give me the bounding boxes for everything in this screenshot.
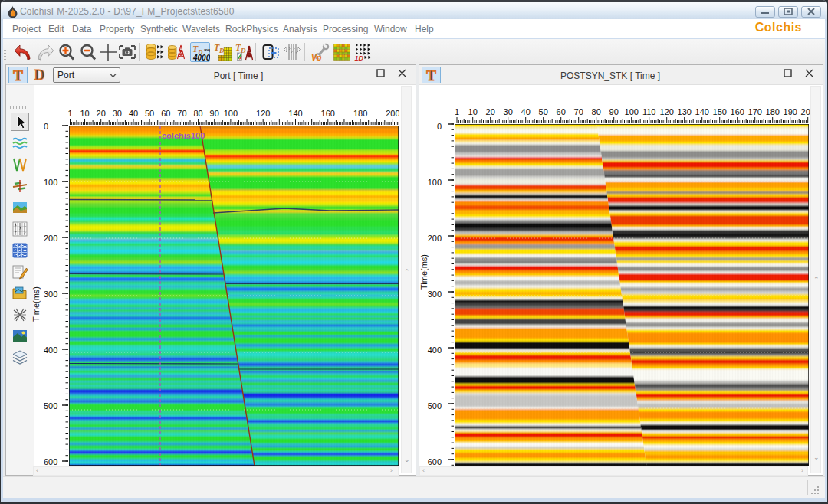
svg-text:110: 110 (642, 107, 656, 116)
svg-text:200: 200 (386, 109, 399, 118)
svg-text:50: 50 (145, 109, 154, 118)
svg-text:40: 40 (521, 107, 531, 116)
svg-text:90: 90 (210, 109, 219, 118)
svg-text:20: 20 (97, 109, 106, 118)
svg-text:80: 80 (592, 107, 601, 116)
svg-text:50: 50 (539, 107, 548, 116)
svg-text:60: 60 (161, 109, 170, 118)
svg-text:avg: avg (204, 47, 210, 52)
svg-text:140: 140 (695, 107, 709, 116)
svg-text:90: 90 (610, 107, 619, 116)
svg-text:100: 100 (224, 109, 238, 118)
svg-text:200: 200 (801, 107, 810, 116)
svg-text:40: 40 (129, 109, 138, 118)
svg-text:160: 160 (731, 107, 744, 116)
svg-text:180: 180 (353, 109, 367, 118)
svg-text:1: 1 (68, 109, 73, 118)
svg-text:160: 160 (321, 109, 335, 118)
svg-text:30: 30 (504, 107, 513, 116)
svg-text:140: 140 (288, 109, 302, 118)
svg-text:60: 60 (557, 107, 566, 116)
svg-text:180: 180 (766, 107, 780, 116)
svg-text:10: 10 (80, 109, 89, 118)
svg-text:80: 80 (193, 109, 202, 118)
svg-text:Vp: Vp (311, 53, 322, 62)
svg-text:20: 20 (486, 107, 495, 116)
svg-text:1D: 1D (355, 54, 364, 61)
svg-text:1: 1 (455, 107, 459, 116)
svg-text:30: 30 (113, 109, 122, 118)
svg-text:4000: 4000 (192, 54, 210, 62)
svg-text:10: 10 (468, 107, 478, 116)
svg-text:190: 190 (784, 107, 797, 116)
svg-text:130: 130 (678, 107, 692, 116)
svg-text:70: 70 (574, 107, 583, 116)
svg-text:170: 170 (748, 107, 762, 116)
svg-text:100: 100 (625, 107, 639, 116)
svg-text:70: 70 (177, 109, 186, 118)
svg-text:120: 120 (660, 107, 674, 116)
svg-text:150: 150 (713, 107, 727, 116)
svg-text:D: D (219, 47, 225, 54)
svg-text:120: 120 (256, 109, 270, 118)
